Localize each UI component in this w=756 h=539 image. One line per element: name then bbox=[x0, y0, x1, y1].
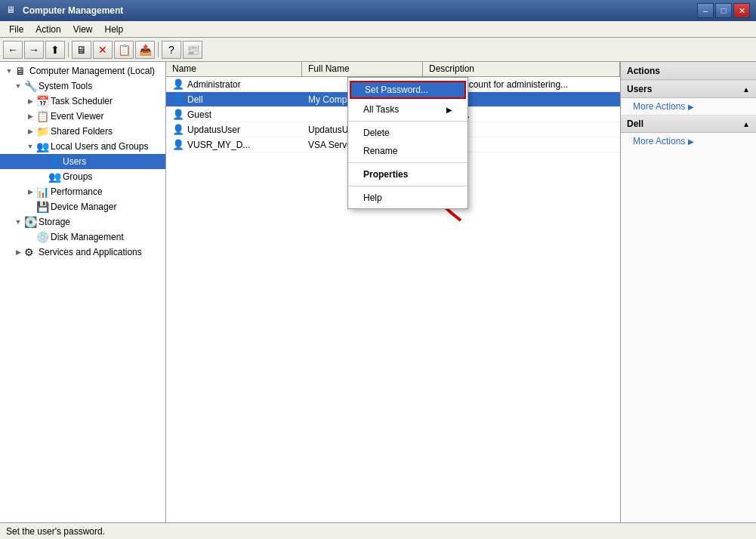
tree-label-device-manager: Device Manager bbox=[51, 202, 116, 212]
services-icon: ⚙ bbox=[24, 246, 36, 258]
expander-local-users[interactable]: ▼ bbox=[24, 140, 36, 152]
computer-management-icon: 🖥 bbox=[15, 65, 27, 77]
tree-label-disk-management: Disk Management bbox=[51, 232, 124, 242]
tree-item-task-scheduler[interactable]: ▶ 📅 Task Scheduler bbox=[0, 94, 165, 109]
tree-item-groups[interactable]: 👥 Groups bbox=[0, 169, 165, 184]
users-icon: 👤 bbox=[48, 156, 60, 168]
guest-name: Guest bbox=[187, 109, 211, 120]
tree-item-computer-management[interactable]: ▼ 🖥 Computer Management (Local) bbox=[0, 63, 165, 79]
menu-view[interactable]: View bbox=[67, 23, 99, 36]
event-viewer-icon: 📋 bbox=[36, 110, 48, 122]
tree-label-computer-management: Computer Management (Local) bbox=[29, 66, 155, 76]
expander-groups bbox=[36, 171, 48, 183]
forward-button[interactable]: → bbox=[24, 41, 44, 59]
menu-action[interactable]: Action bbox=[29, 23, 66, 36]
device-manager-icon: 💾 bbox=[36, 201, 48, 213]
actions-users-chevron: ▲ bbox=[742, 85, 750, 94]
title-bar: 🖥 Computer Management – □ ✕ bbox=[0, 0, 756, 21]
actions-section-users[interactable]: Users ▲ bbox=[621, 80, 756, 98]
up-button[interactable]: ⬆ bbox=[45, 41, 65, 59]
toolbar-separator-2 bbox=[158, 42, 159, 57]
disk-management-icon: 💿 bbox=[36, 231, 48, 243]
delete-button[interactable]: ✕ bbox=[93, 41, 113, 59]
tree-label-shared-folders: Shared Folders bbox=[51, 126, 113, 137]
expander-event-viewer[interactable]: ▶ bbox=[24, 110, 36, 122]
expander-storage[interactable]: ▼ bbox=[12, 216, 24, 228]
expander-system-tools[interactable]: ▼ bbox=[12, 80, 24, 92]
actions-more-users-arrow: ▶ bbox=[688, 103, 694, 111]
ctx-separator-1 bbox=[348, 121, 467, 122]
ctx-properties-label: Properties bbox=[363, 169, 408, 180]
tree-item-users[interactable]: 👤 Users bbox=[0, 154, 165, 169]
ctx-properties[interactable]: Properties bbox=[348, 165, 467, 183]
actions-dell-chevron: ▲ bbox=[742, 120, 750, 128]
col-header-fullname[interactable]: Full Name bbox=[302, 62, 423, 76]
tree-item-performance[interactable]: ▶ 📊 Performance bbox=[0, 184, 165, 199]
actions-panel: Actions Users ▲ More Actions ▶ Dell ▲ Mo… bbox=[620, 62, 756, 522]
actions-more-dell[interactable]: More Actions ▶ bbox=[621, 133, 756, 149]
tree-item-system-tools[interactable]: ▼ 🔧 System Tools bbox=[0, 79, 165, 94]
actions-more-dell-arrow: ▶ bbox=[688, 137, 694, 146]
tree-panel: ▼ 🖥 Computer Management (Local) ▼ 🔧 Syst… bbox=[0, 62, 166, 522]
ctx-rename-label: Rename bbox=[363, 146, 397, 156]
actions-more-users-label: More Actions bbox=[633, 101, 685, 112]
expander-performance[interactable]: ▶ bbox=[24, 186, 36, 198]
menu-file[interactable]: File bbox=[3, 23, 29, 36]
administrator-icon: 👤 bbox=[172, 79, 184, 91]
minimize-button[interactable]: – bbox=[697, 3, 714, 18]
tree-item-local-users[interactable]: ▼ 👥 Local Users and Groups bbox=[0, 139, 165, 154]
properties-button[interactable]: 📋 bbox=[114, 41, 134, 59]
ctx-separator-3 bbox=[348, 186, 467, 186]
expander-computer-management[interactable]: ▼ bbox=[3, 65, 15, 77]
center-panel: Name Full Name Description 👤 Administrat… bbox=[166, 62, 620, 522]
updatususer-name: UpdatusUser bbox=[187, 125, 240, 135]
performance-icon: 📊 bbox=[36, 186, 48, 198]
expander-users bbox=[36, 156, 48, 168]
show-hide-button[interactable]: 🖥 bbox=[72, 41, 91, 59]
help-button[interactable]: ? bbox=[162, 41, 181, 59]
col-header-description[interactable]: Description bbox=[423, 62, 620, 76]
window-controls: – □ ✕ bbox=[697, 3, 750, 18]
expander-task-scheduler[interactable]: ▶ bbox=[24, 95, 36, 107]
ctx-all-tasks-label: All Tasks bbox=[363, 104, 399, 115]
list-header: Name Full Name Description bbox=[166, 62, 620, 77]
actions-panel-header: Actions bbox=[621, 62, 756, 80]
tree-label-local-users: Local Users and Groups bbox=[51, 141, 148, 152]
expander-services[interactable]: ▶ bbox=[12, 246, 24, 258]
tree-item-services[interactable]: ▶ ⚙ Services and Applications bbox=[0, 245, 165, 260]
maximize-button[interactable]: □ bbox=[715, 3, 732, 18]
tree-label-users: Users bbox=[63, 156, 86, 167]
vusr-icon: 👤 bbox=[172, 139, 184, 151]
window-title: Computer Management bbox=[23, 5, 697, 16]
ctx-set-password[interactable]: Set Password... bbox=[350, 81, 466, 99]
tree-item-device-manager[interactable]: 💾 Device Manager bbox=[0, 199, 165, 214]
actions-title: Actions bbox=[627, 66, 660, 76]
context-menu: Set Password... All Tasks ▶ Delete Renam… bbox=[347, 77, 468, 209]
tree-item-disk-management[interactable]: 💿 Disk Management bbox=[0, 229, 165, 245]
tree-label-system-tools: System Tools bbox=[39, 81, 92, 91]
close-button[interactable]: ✕ bbox=[733, 3, 750, 18]
actions-users-label: Users bbox=[627, 84, 652, 94]
tree-item-storage[interactable]: ▼ 💽 Storage bbox=[0, 214, 165, 229]
actions-section-dell[interactable]: Dell ▲ bbox=[621, 115, 756, 133]
menu-help[interactable]: Help bbox=[99, 23, 130, 36]
back-button[interactable]: ← bbox=[3, 41, 23, 59]
actions-dell-label: Dell bbox=[627, 119, 643, 129]
col-header-name[interactable]: Name bbox=[166, 62, 302, 76]
tree-label-task-scheduler: Task Scheduler bbox=[51, 96, 113, 106]
ctx-delete-label: Delete bbox=[363, 128, 390, 138]
main-container: ▼ 🖥 Computer Management (Local) ▼ 🔧 Syst… bbox=[0, 62, 756, 522]
ctx-help[interactable]: Help bbox=[348, 189, 467, 207]
ctx-all-tasks[interactable]: All Tasks ▶ bbox=[348, 100, 467, 119]
tree-item-event-viewer[interactable]: ▶ 📋 Event Viewer bbox=[0, 109, 165, 124]
actions-more-users[interactable]: More Actions ▶ bbox=[621, 98, 756, 115]
info-button[interactable]: 📰 bbox=[183, 41, 202, 59]
export-button[interactable]: 📤 bbox=[135, 41, 155, 59]
expander-shared-folders[interactable]: ▶ bbox=[24, 125, 36, 137]
ctx-delete[interactable]: Delete bbox=[348, 124, 467, 142]
status-text: Set the user's password. bbox=[6, 526, 105, 537]
tree-label-performance: Performance bbox=[51, 186, 103, 197]
ctx-rename[interactable]: Rename bbox=[348, 142, 467, 160]
tree-item-shared-folders[interactable]: ▶ 📁 Shared Folders bbox=[0, 124, 165, 139]
ctx-set-password-label: Set Password... bbox=[365, 85, 428, 95]
